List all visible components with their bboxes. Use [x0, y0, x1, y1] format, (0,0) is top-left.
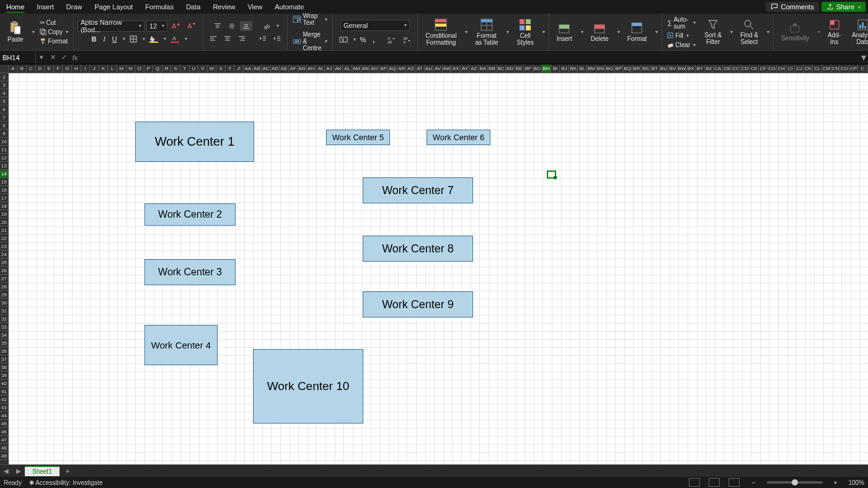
chevron-down-icon[interactable]: ▾	[32, 29, 35, 35]
wrap-text-button[interactable]: Wrap Text▾	[291, 12, 329, 27]
column-header[interactable]: CE	[750, 64, 759, 73]
decrease-decimal-button[interactable]: .00.0	[400, 35, 414, 45]
row-header[interactable]: 35	[0, 339, 9, 347]
column-header[interactable]: BV	[668, 64, 678, 73]
cut-button[interactable]: ✂Cut	[38, 19, 69, 27]
column-header[interactable]: AO	[370, 64, 379, 73]
row-header[interactable]: 31	[0, 307, 9, 315]
column-header[interactable]: I	[81, 64, 91, 73]
row-header[interactable]: 30	[0, 299, 9, 307]
column-header[interactable]: BY	[696, 64, 705, 73]
row-header[interactable]: 16	[0, 186, 9, 194]
row-header[interactable]: 7	[0, 113, 9, 122]
chevron-down-icon[interactable]: ▾	[655, 29, 658, 35]
column-header[interactable]: CJ	[795, 64, 804, 73]
column-header[interactable]: X	[216, 64, 226, 73]
row-header[interactable]: 34	[0, 331, 9, 339]
row-header[interactable]: 11	[0, 146, 9, 154]
clear-button[interactable]: Clear▾	[666, 41, 697, 49]
row-header[interactable]: 12	[0, 154, 9, 162]
row-header[interactable]: 23	[0, 242, 9, 251]
row-header[interactable]: 25	[0, 259, 9, 267]
column-header[interactable]: AY	[461, 64, 470, 73]
zoom-slider[interactable]	[767, 481, 823, 484]
accounting-button[interactable]: $	[337, 35, 350, 45]
column-header[interactable]: BX	[686, 64, 696, 73]
spreadsheet-grid[interactable]: ABCDEFGHIJKLMNOPQRSTUVWXYZAAABACADAEAFAG…	[0, 64, 868, 464]
column-header[interactable]: AN	[361, 64, 371, 73]
column-header[interactable]: BZ	[705, 64, 714, 73]
comma-button[interactable]: ,	[370, 35, 377, 45]
column-header[interactable]: AZ	[469, 64, 479, 73]
column-header[interactable]: BQ	[623, 64, 632, 73]
column-header[interactable]: U	[190, 64, 199, 73]
column-header[interactable]: AX	[451, 64, 461, 73]
column-header[interactable]: CB	[723, 64, 732, 73]
tab-page-layout[interactable]: Page Layout	[89, 1, 140, 13]
column-header[interactable]: BE	[515, 64, 524, 73]
column-header[interactable]: C	[858, 64, 867, 73]
row-header[interactable]: 40	[0, 379, 9, 388]
tab-data[interactable]: Data	[180, 1, 206, 13]
column-header[interactable]: R	[162, 64, 172, 73]
tab-view[interactable]: View	[241, 1, 268, 13]
tab-home[interactable]: Home	[0, 1, 30, 13]
align-middle-button[interactable]	[226, 21, 238, 31]
row-header[interactable]: 48	[0, 444, 9, 452]
row-header[interactable]: 44	[0, 412, 9, 420]
font-name-select[interactable]: Aptos Narrow (Bod...▾	[78, 20, 144, 32]
number-format-select[interactable]: General▾	[340, 20, 410, 31]
tab-review[interactable]: Review	[206, 1, 241, 13]
percent-button[interactable]: %	[358, 35, 369, 45]
row-header[interactable]: 37	[0, 355, 9, 363]
column-header[interactable]: CP	[849, 64, 859, 73]
increase-font-button[interactable]: A▲	[169, 20, 183, 31]
font-size-select[interactable]: 12▾	[146, 20, 167, 32]
row-header[interactable]: 13	[0, 162, 9, 170]
row-headers[interactable]: 2345678910111213141516171819202122232425…	[0, 73, 9, 464]
page-layout-view-button[interactable]	[709, 478, 720, 487]
column-header[interactable]: Y	[226, 64, 235, 73]
work-center-shape[interactable]: Work Center 6	[427, 130, 490, 145]
page-break-view-button[interactable]	[728, 478, 740, 487]
underline-button[interactable]: U	[110, 34, 120, 44]
chevron-down-icon[interactable]: ▾	[465, 29, 467, 35]
work-center-shape[interactable]: Work Center 7	[363, 177, 473, 203]
row-header[interactable]: 17	[0, 194, 9, 202]
column-header[interactable]: AS	[406, 64, 415, 73]
row-header[interactable]: 10	[0, 138, 9, 146]
select-all-corner[interactable]	[0, 64, 9, 73]
chevron-down-icon[interactable]: ▾	[618, 29, 620, 35]
column-header[interactable]: CA	[714, 64, 723, 73]
column-header[interactable]: Z	[234, 64, 244, 73]
column-header[interactable]: AJ	[325, 64, 334, 73]
row-header[interactable]: 42	[0, 396, 9, 404]
row-header[interactable]: 18	[0, 202, 9, 210]
chevron-down-icon[interactable]: ▾	[164, 36, 166, 42]
row-header[interactable]: 3	[0, 81, 9, 89]
analyse-data-button[interactable]: Analyse Data	[848, 17, 868, 47]
column-header[interactable]: CI	[786, 64, 795, 73]
column-header[interactable]: M	[117, 64, 126, 73]
column-header[interactable]: AP	[379, 64, 389, 73]
column-header[interactable]: BI	[551, 64, 560, 73]
insert-cells-button[interactable]: Insert	[553, 20, 576, 44]
fill-color-button[interactable]	[147, 34, 161, 44]
add-sheet-button[interactable]: ＋	[60, 467, 76, 476]
row-header[interactable]: 24	[0, 251, 9, 259]
work-center-shape[interactable]: Work Center 1	[135, 122, 254, 162]
chevron-down-icon[interactable]: ▾	[507, 29, 509, 35]
row-header[interactable]: 32	[0, 315, 9, 323]
sheet-nav-next[interactable]: ▶	[12, 468, 25, 474]
row-header[interactable]: 29	[0, 291, 9, 299]
column-header[interactable]: T	[180, 64, 190, 73]
chevron-down-icon[interactable]: ▾	[185, 36, 187, 42]
column-header[interactable]: O	[135, 64, 144, 73]
column-header[interactable]: BG	[533, 64, 542, 73]
font-color-button[interactable]: A	[168, 34, 182, 44]
normal-view-button[interactable]	[689, 478, 700, 487]
work-center-shape[interactable]: Work Center 5	[326, 130, 390, 145]
row-header[interactable]: 26	[0, 267, 9, 275]
bold-button[interactable]: B	[89, 34, 99, 44]
column-header[interactable]: N	[126, 64, 136, 73]
